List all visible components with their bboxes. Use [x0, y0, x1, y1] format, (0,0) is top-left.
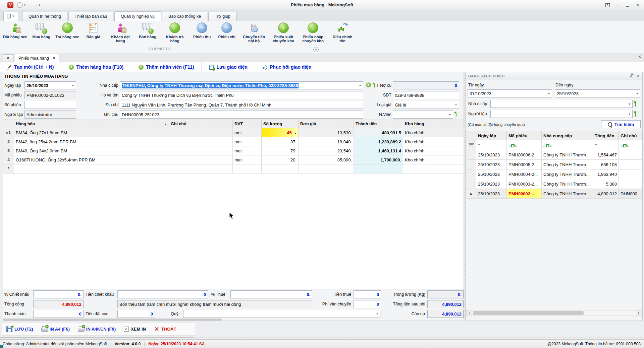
- voucher-date[interactable]: 25/10/2023: [476, 189, 507, 199]
- tien-dat-coc-input[interactable]: 0: [117, 310, 155, 318]
- new-item-row[interactable]: *: [3, 164, 464, 173]
- item-warehouse[interactable]: Kho chính: [403, 146, 464, 155]
- tool-chuyen-tien-noi-bo[interactable]: Chuyển tiền nội bộ: [239, 21, 269, 43]
- item-qty[interactable]: 20.: [262, 155, 299, 164]
- so-phieu-input[interactable]: [24, 101, 76, 109]
- tool-phieu-xuat-chuyen-kho[interactable]: ↑ Phiếu xuất chuyển kho: [269, 21, 298, 43]
- item-warehouse[interactable]: Kho chính: [403, 137, 464, 146]
- item-qty[interactable]: 79.: [262, 146, 299, 155]
- chevron-down-icon[interactable]: ▼: [70, 84, 74, 87]
- thue-pct-input[interactable]: 0.: [230, 290, 312, 298]
- nhan-vien-combo[interactable]: ▼: [393, 111, 453, 119]
- ribbon-tab-thiet-lap-ban-dau[interactable]: Thiết lập ban đầu: [68, 12, 114, 21]
- col-hang-hoa[interactable]: Hàng hóa▲: [14, 120, 169, 128]
- panel-horizontal-scrollbar[interactable]: ◄ ►: [466, 310, 642, 316]
- print-a4-button[interactable]: +IN A4 (F6): [37, 323, 74, 335]
- group-dialog-launcher-button[interactable]: ▼: [313, 47, 319, 52]
- voucher-date[interactable]: 25/10/2023: [476, 179, 507, 189]
- tabstrip-close-button[interactable]: ✕: [638, 55, 641, 59]
- ghi-chu-input[interactable]: DHN00005-251023: [120, 111, 363, 119]
- fit-screen-button[interactable]: [603, 2, 612, 8]
- voucher-date[interactable]: 25/10/2023: [476, 150, 507, 160]
- voucher-total[interactable]: 636,108: [593, 160, 619, 169]
- item-name[interactable]: BM42, ống 25x4.2mm PPR BM: [14, 137, 169, 146]
- chevron-down-icon[interactable]: ▼: [358, 84, 361, 87]
- col-kho-hang[interactable]: Kho hàng: [403, 120, 464, 128]
- chevron-down-icon[interactable]: ▼: [627, 113, 631, 115]
- chevron-down-icon[interactable]: ▼: [453, 104, 457, 106]
- item-note[interactable]: [169, 164, 233, 173]
- ngay-lap-input[interactable]: 25/10/2023▼: [24, 81, 76, 89]
- save-button[interactable]: ➔LƯU (F2): [2, 323, 37, 335]
- item-unit[interactable]: met: [233, 155, 262, 164]
- voucher-note[interactable]: [619, 169, 642, 179]
- tool-bao-gia[interactable]: Báo giá: [81, 21, 106, 39]
- item-row-2[interactable]: 2 BM42, ống 25x4.2mm PPR BM met 87. 18,0…: [3, 137, 464, 146]
- item-unit[interactable]: met: [233, 128, 262, 137]
- scroll-left-button[interactable]: ◄: [466, 310, 472, 316]
- restore-layout-button[interactable]: Phục hồi giao diện: [255, 62, 319, 72]
- voucher-note[interactable]: [619, 160, 642, 169]
- voucher-supplier[interactable]: Công ty TNHH Thươn...: [542, 189, 593, 199]
- voucher-row-3[interactable]: 25/10/2023 PMH00004-2... Công ty TNHH Th…: [467, 169, 642, 179]
- voucher-code[interactable]: PMH00006-2...: [507, 150, 542, 160]
- pin-icon[interactable]: [630, 74, 633, 78]
- chevron-down-icon[interactable]: ▼: [294, 132, 297, 135]
- col-ma-phieu[interactable]: Mã phiếu: [507, 131, 542, 140]
- thanh-toan-input[interactable]: 0: [33, 310, 84, 318]
- col-ghi-chu[interactable]: Ghi chú: [169, 120, 233, 128]
- item-price[interactable]: 13,530.: [299, 128, 354, 137]
- new-voucher-button[interactable]: Tạo mới (Ctrl + N): [0, 62, 61, 72]
- item-qty-editing[interactable]: 45. ▼: [262, 128, 299, 137]
- item-row-1[interactable]: ▸1 BM34, Ống 27x1.8mm BM met 45. ▼ 13,53…: [3, 128, 464, 137]
- item-name[interactable]: BM34, Ống 27x1.8mm BM: [14, 128, 169, 137]
- restore-button[interactable]: [623, 2, 632, 8]
- item-note[interactable]: [169, 155, 233, 164]
- voucher-total[interactable]: 1,554,467: [593, 150, 619, 160]
- dia-chi-input[interactable]: 1111 Nguyễn Văn Linh, Phường Tân Phong, …: [120, 101, 363, 109]
- voucher-total[interactable]: 5,388: [593, 179, 619, 189]
- item-price[interactable]: 18,040.: [299, 137, 354, 146]
- voucher-note[interactable]: [619, 150, 642, 160]
- scroll-right-button[interactable]: ►: [636, 310, 642, 316]
- col-thanh-tien[interactable]: Thành tiền: [354, 120, 403, 128]
- col-so-luong[interactable]: Số lượng: [262, 120, 299, 128]
- filter-ngay-lap[interactable]: [476, 140, 507, 150]
- sdt-input[interactable]: 028-3788-8888: [393, 91, 459, 99]
- search-button[interactable]: Tìm kiếm: [601, 120, 641, 128]
- chiet-khau-pct-input[interactable]: 0.: [33, 290, 84, 298]
- chevron-down-icon[interactable]: ▼: [635, 92, 638, 95]
- item-row-4[interactable]: 4 O168THUONG, Ống 32x5,4mm PPR BM met 20…: [3, 155, 464, 164]
- voucher-row-2[interactable]: 25/10/2023 PMH00005-2... Công ty TNHH Th…: [467, 160, 642, 169]
- col-ghi-chu[interactable]: Ghi chú: [619, 131, 642, 140]
- voucher-code[interactable]: PMH00005-2...: [507, 160, 542, 169]
- quy-combo[interactable]: ▼: [183, 310, 380, 318]
- tool-phieu-nhap-chuyen-kho[interactable]: ↓ Phiếu nhập chuyển kho: [298, 21, 328, 43]
- ribbon-tab-tro-giup[interactable]: Trợ giúp: [208, 12, 237, 21]
- add-employee-button[interactable]: +Thêm nhân viên (F11): [131, 62, 202, 72]
- col-don-gia[interactable]: Đơn giá: [299, 120, 354, 128]
- close-button[interactable]: ✕: [633, 2, 642, 8]
- horizontal-scrollbar[interactable]: [3, 319, 222, 321]
- chevron-down-icon[interactable]: ▼: [375, 313, 378, 315]
- exit-button[interactable]: ✕THOÁT: [150, 323, 180, 335]
- voucher-total[interactable]: 1,963,940: [593, 169, 619, 179]
- close-panel-icon[interactable]: ✕: [637, 74, 640, 78]
- tool-tra-hang-ncc[interactable]: → Trả hàng ncc: [54, 21, 81, 39]
- voucher-row-5-selected[interactable]: ▸ 25/10/2023 PMH00002-... Công ty TNHH T…: [467, 189, 642, 199]
- loai-gia-combo[interactable]: Giá lẻ▼: [393, 101, 459, 109]
- filter-nha-cung-cap[interactable]: B: [542, 140, 593, 150]
- item-unit[interactable]: [233, 164, 262, 173]
- voucher-note[interactable]: [619, 179, 642, 189]
- tool-phieu-thu[interactable]: + Phiếu thu: [190, 21, 214, 39]
- panel-refresh-supplier-button[interactable]: [635, 101, 636, 106]
- item-qty[interactable]: 87.: [262, 137, 299, 146]
- item-note[interactable]: [169, 146, 233, 155]
- voucher-row-1[interactable]: 25/10/2023 PMH00006-2... Công ty TNHH Th…: [467, 150, 642, 160]
- ho-va-ten-input[interactable]: Công ty TNHH Thương mại Dịch vụ Điện nướ…: [120, 91, 363, 99]
- item-price[interactable]: [299, 164, 354, 173]
- close-tab-icon[interactable]: ✕: [52, 56, 55, 60]
- scrollbar-thumb[interactable]: [473, 311, 584, 315]
- col-ngay-lap[interactable]: Ngày lập: [476, 131, 507, 140]
- filter-ma-phieu[interactable]: B: [507, 140, 542, 150]
